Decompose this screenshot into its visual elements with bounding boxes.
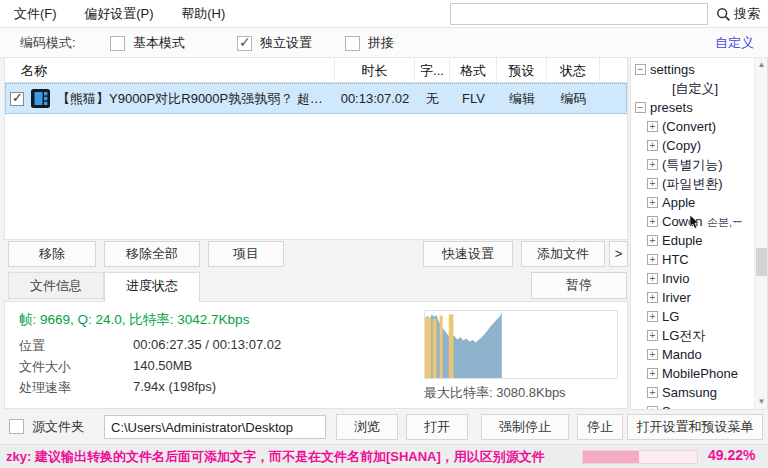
checkbox-independent-settings[interactable]: 独立设置 [237, 28, 312, 58]
force-stop-button[interactable]: 强制停止 [481, 414, 569, 440]
tree-toggle-icon[interactable]: + [647, 349, 658, 360]
checkbox-basic-mode-label: 基本模式 [133, 34, 185, 52]
tree-toggle-icon[interactable]: + [647, 216, 658, 227]
tree-item-label: LG전자 [662, 328, 705, 343]
encoding-mode-label: 编码模式: [20, 28, 76, 58]
tree-item-label: (Convert) [662, 119, 716, 134]
row-duration: 00:13:07.02 [335, 91, 415, 106]
tree-toggle-icon[interactable]: + [647, 330, 658, 341]
open-button[interactable]: 打开 [406, 414, 468, 440]
tree-item[interactable]: +(Convert) [631, 117, 755, 136]
tree-toggle-icon[interactable]: + [647, 292, 658, 303]
row-checkbox[interactable] [10, 92, 24, 106]
menu-file[interactable]: 文件(F) [2, 0, 69, 27]
tree-item[interactable]: +Samsung [631, 383, 755, 402]
menu-bar: 文件(F) 偏好设置(P) 帮助(H) 搜索 [0, 0, 768, 28]
tree-item[interactable]: +HTC [631, 250, 755, 269]
tree-toggle-icon[interactable]: + [647, 140, 658, 151]
column-header-duration[interactable]: 时长 [335, 58, 415, 82]
tree-item[interactable]: +Cowon 손본,ᅲ [631, 212, 755, 231]
column-header-name[interactable]: 名称 [5, 58, 335, 82]
scrollbar-thumb[interactable] [756, 248, 767, 276]
tree-item[interactable]: +(파일변환) [631, 174, 755, 193]
tree-toggle-icon[interactable]: + [647, 368, 658, 379]
tree-item[interactable]: +Eduple [631, 231, 755, 250]
menu-preferences[interactable]: 偏好设置(P) [72, 0, 165, 27]
tree-item[interactable]: +LG [631, 307, 755, 326]
progress-panel: 帧: 9669, Q: 24.0, 比特率: 3042.7Kbps 位置 00:… [4, 301, 628, 409]
scroll-down-icon[interactable]: ▼ [755, 395, 768, 409]
column-header-status[interactable]: 状态 [547, 58, 600, 82]
quick-settings-button[interactable]: 快速设置 [423, 241, 513, 267]
tree-toggle-icon[interactable]: + [647, 387, 658, 398]
tree-item[interactable]: +Sony [631, 402, 755, 410]
remove-all-button[interactable]: 移除全部 [104, 241, 200, 267]
column-header-format[interactable]: 格式 [450, 58, 497, 82]
tree-item[interactable]: +MobilePhone [631, 364, 755, 383]
checkbox-icon [237, 36, 252, 51]
tree-toggle-icon[interactable]: + [647, 197, 658, 208]
tree-toggle-icon[interactable]: + [647, 178, 658, 189]
tree-item-label: presets [650, 100, 693, 115]
tree-toggle-icon[interactable]: + [647, 273, 658, 284]
scroll-up-icon[interactable]: ▲ [755, 58, 768, 72]
tree-toggle-icon[interactable]: + [647, 311, 658, 322]
search-button-label: 搜索 [734, 5, 760, 23]
tree-item-label: Eduple [662, 233, 702, 248]
search-button[interactable]: 搜索 [712, 0, 764, 28]
tree-item[interactable]: +LG전자 [631, 326, 755, 345]
tree-toggle-icon[interactable]: + [647, 235, 658, 246]
tab-file-info[interactable]: 文件信息 [8, 272, 104, 299]
tree-item[interactable]: +(특별기능) [631, 155, 755, 174]
remove-button[interactable]: 移除 [8, 241, 96, 267]
checkbox-basic-mode[interactable]: 基本模式 [110, 28, 185, 58]
table-row[interactable]: 【熊猫】Y9000P对比R9000P孰强孰弱？ 超详细... 00:13:07.… [5, 83, 627, 114]
filesize-value: 140.50MB [133, 358, 192, 373]
checkbox-icon [110, 36, 125, 51]
row-preset[interactable]: 编辑 [497, 90, 547, 108]
column-header-preset[interactable]: 预设 [497, 58, 547, 82]
column-header-subtitle[interactable]: 字... [415, 58, 450, 82]
open-settings-menu-button[interactable]: 打开设置和预设菜单 [627, 414, 763, 440]
more-button[interactable]: > [609, 241, 628, 267]
menu-help[interactable]: 帮助(H) [169, 0, 237, 27]
tree-toggle-icon[interactable]: + [647, 159, 658, 170]
row-format: FLV [450, 91, 497, 106]
browse-button[interactable]: 浏览 [336, 414, 398, 440]
tab-progress-status[interactable]: 进度状态 [104, 272, 200, 302]
preset-tree-panel: −settings [自定义] −presets +(Convert) +(Co… [630, 58, 768, 410]
tree-toggle-icon[interactable]: + [647, 121, 658, 132]
output-path-input[interactable] [104, 415, 326, 439]
pause-button[interactable]: 暂停 [531, 272, 627, 299]
source-folder-checkbox[interactable] [9, 419, 24, 434]
search-icon [716, 7, 731, 22]
search-input[interactable] [450, 3, 708, 25]
tree-toggle-icon[interactable]: − [635, 102, 646, 113]
row-subtitle: 无 [415, 90, 450, 108]
tree-item[interactable]: −presets [631, 98, 755, 117]
tree-item[interactable]: [自定义] [631, 79, 755, 98]
filesize-label: 文件大小 [19, 358, 71, 376]
tree-item[interactable]: +Iriver [631, 288, 755, 307]
stop-button[interactable]: 停止 [577, 414, 623, 440]
tree-item[interactable]: +Mando [631, 345, 755, 364]
tree-item-label: Sony [662, 404, 692, 410]
tree-toggle-icon[interactable]: + [647, 406, 658, 410]
tree-item-label: MobilePhone [662, 366, 738, 381]
tree-item[interactable]: −settings [631, 60, 755, 79]
tree-item-label: Apple [662, 195, 695, 210]
customize-link[interactable]: 自定义 [715, 28, 754, 58]
tree-toggle-icon[interactable]: + [647, 254, 658, 265]
project-button[interactable]: 项目 [208, 241, 284, 267]
checkbox-concat[interactable]: 拼接 [345, 28, 394, 58]
tree-toggle-icon[interactable]: − [635, 64, 646, 75]
tree-item-label: Invio [662, 271, 689, 286]
row-file-name: 【熊猫】Y9000P对比R9000P孰强孰弱？ 超详细... [57, 90, 335, 108]
tree-item-label: [自定义] [672, 81, 718, 96]
tree-scrollbar[interactable]: ▲ ▼ [754, 58, 767, 409]
tree-item[interactable]: +Apple [631, 193, 755, 212]
tree-item[interactable]: +(Copy) [631, 136, 755, 155]
tree-item[interactable]: +Invio [631, 269, 755, 288]
video-file-icon [30, 88, 51, 109]
add-file-button[interactable]: 添加文件 [521, 241, 605, 267]
